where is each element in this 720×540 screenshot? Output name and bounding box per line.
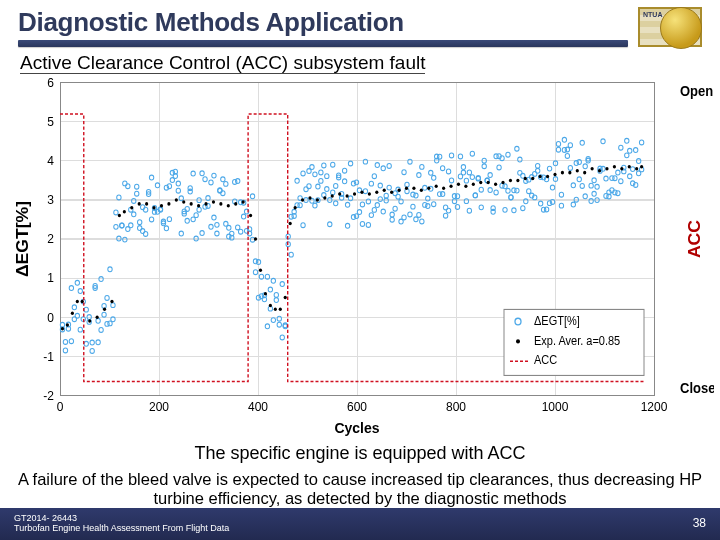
svg-point-247 <box>369 181 373 186</box>
svg-point-497 <box>524 177 527 181</box>
svg-point-132 <box>200 231 204 236</box>
svg-point-80 <box>123 237 127 242</box>
svg-point-296 <box>443 213 447 218</box>
svg-point-217 <box>325 174 329 179</box>
svg-point-208 <box>313 172 317 177</box>
svg-point-253 <box>378 197 382 202</box>
svg-point-306 <box>458 154 462 159</box>
svg-point-300 <box>449 178 453 183</box>
svg-point-381 <box>568 143 572 148</box>
svg-point-44 <box>69 339 73 344</box>
svg-text:1: 1 <box>47 271 54 286</box>
svg-point-184 <box>277 322 281 327</box>
svg-point-444 <box>152 206 155 210</box>
svg-point-138 <box>209 224 213 229</box>
svg-point-462 <box>274 308 277 312</box>
svg-point-211 <box>316 184 320 189</box>
svg-point-336 <box>503 184 507 189</box>
svg-point-432 <box>71 311 74 315</box>
svg-point-258 <box>387 164 391 169</box>
svg-point-298 <box>446 208 450 213</box>
svg-point-377 <box>562 137 566 142</box>
svg-point-388 <box>580 184 584 189</box>
svg-point-91 <box>137 220 141 225</box>
svg-point-507 <box>598 169 601 173</box>
svg-point-242 <box>363 159 367 164</box>
svg-point-216 <box>325 187 329 192</box>
svg-point-301 <box>449 153 453 158</box>
svg-point-275 <box>411 204 415 209</box>
svg-point-95 <box>143 207 147 212</box>
svg-point-68 <box>105 295 109 300</box>
svg-point-261 <box>390 212 394 217</box>
svg-point-390 <box>583 164 587 169</box>
svg-point-59 <box>90 349 94 354</box>
svg-point-487 <box>449 185 452 189</box>
svg-point-313 <box>467 170 471 175</box>
svg-point-338 <box>506 152 510 157</box>
svg-point-39 <box>60 322 64 327</box>
svg-text:-1: -1 <box>43 349 54 364</box>
svg-point-88 <box>135 184 139 189</box>
svg-point-481 <box>405 186 408 190</box>
svg-point-386 <box>577 160 581 165</box>
svg-point-430 <box>61 327 64 331</box>
svg-text:4: 4 <box>47 154 54 169</box>
svg-point-87 <box>132 212 136 217</box>
svg-point-389 <box>580 140 584 145</box>
svg-point-503 <box>568 171 571 175</box>
svg-point-127 <box>191 171 195 176</box>
svg-point-474 <box>353 192 356 196</box>
svg-point-414 <box>619 179 623 184</box>
svg-point-126 <box>191 217 195 222</box>
chart: 020040060080010001200-2-10123456CyclesΔE… <box>14 74 714 437</box>
svg-point-294 <box>440 166 444 171</box>
svg-text:200: 200 <box>149 399 169 414</box>
svg-point-279 <box>417 173 421 178</box>
svg-point-221 <box>331 190 335 195</box>
svg-text:5: 5 <box>47 115 54 130</box>
svg-point-424 <box>633 148 637 153</box>
body-text-1: The specific engine is equipped with ACC <box>0 439 720 464</box>
svg-point-512 <box>635 167 638 171</box>
svg-point-51 <box>78 327 82 332</box>
svg-point-238 <box>357 210 361 215</box>
svg-point-489 <box>464 185 467 189</box>
svg-point-493 <box>494 183 497 187</box>
svg-point-85 <box>129 223 133 228</box>
title-underline <box>18 40 628 47</box>
svg-point-513 <box>640 165 643 169</box>
svg-point-353 <box>527 189 531 194</box>
svg-point-475 <box>360 190 363 194</box>
svg-point-435 <box>88 319 91 323</box>
svg-point-249 <box>372 174 376 179</box>
svg-point-326 <box>488 173 492 178</box>
svg-point-169 <box>253 270 257 275</box>
svg-point-192 <box>289 252 293 257</box>
svg-point-485 <box>435 185 438 189</box>
svg-point-299 <box>446 169 450 174</box>
svg-point-323 <box>482 164 486 169</box>
svg-point-187 <box>280 282 284 287</box>
svg-point-117 <box>176 188 180 193</box>
svg-point-399 <box>595 184 599 189</box>
svg-point-255 <box>381 209 385 214</box>
svg-point-320 <box>479 205 483 210</box>
svg-point-463 <box>279 308 282 312</box>
svg-point-483 <box>420 188 423 192</box>
svg-point-45 <box>69 286 73 291</box>
svg-point-250 <box>375 203 379 208</box>
svg-point-309 <box>461 170 465 175</box>
svg-point-366 <box>547 166 551 171</box>
svg-point-230 <box>345 223 349 228</box>
footer: GT2014- 26443 Turbofan Engine Health Ass… <box>0 508 720 540</box>
svg-point-41 <box>63 340 67 345</box>
svg-point-222 <box>334 184 338 189</box>
svg-point-469 <box>316 198 319 202</box>
svg-point-199 <box>298 203 302 208</box>
svg-point-273 <box>408 212 412 217</box>
svg-point-110 <box>167 217 171 222</box>
svg-point-72 <box>111 303 115 308</box>
svg-point-58 <box>90 340 94 345</box>
svg-text:3: 3 <box>47 193 54 208</box>
